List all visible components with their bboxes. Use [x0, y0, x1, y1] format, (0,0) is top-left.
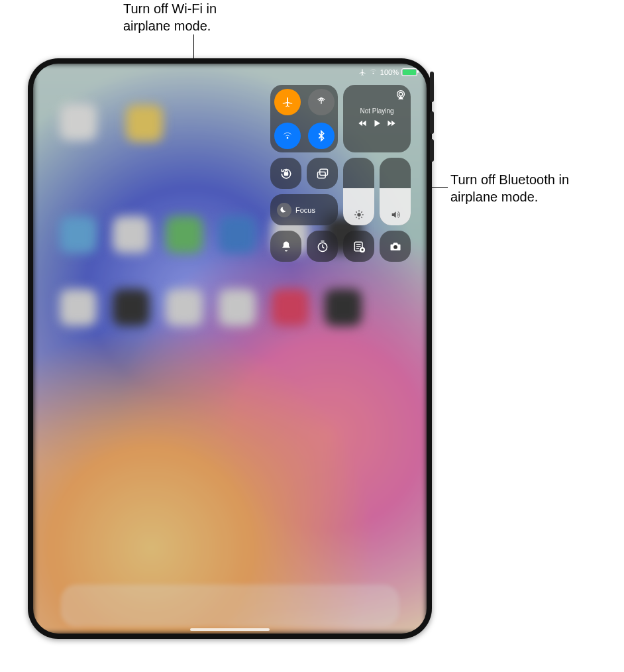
fast-forward-button[interactable] [387, 119, 396, 131]
svg-point-9 [393, 245, 397, 249]
cellular-icon [315, 96, 327, 108]
rotation-lock-icon [280, 167, 293, 180]
control-center: Not Playing [266, 81, 419, 266]
ipad-screen: 100% [33, 64, 427, 634]
screen-mirroring-button[interactable] [307, 158, 338, 189]
bluetooth-toggle[interactable] [308, 123, 335, 149]
rewind-button[interactable] [358, 119, 367, 131]
battery-icon [401, 68, 417, 76]
screen-mirroring-icon [316, 167, 329, 180]
airplay-button[interactable] [395, 89, 407, 101]
focus-label: Focus [295, 206, 315, 214]
power-button [430, 72, 434, 102]
bluetooth-icon [315, 130, 327, 142]
rotation-lock-toggle[interactable] [270, 158, 301, 189]
wifi-status-icon [369, 68, 378, 76]
volume-icon [390, 209, 401, 220]
note-add-icon [352, 240, 366, 253]
media-module[interactable]: Not Playing [343, 85, 411, 152]
home-indicator[interactable] [190, 628, 270, 631]
brightness-icon [354, 209, 364, 220]
airplane-icon [282, 96, 293, 108]
svg-point-5 [357, 213, 360, 216]
status-bar: 100% [358, 68, 417, 76]
brightness-slider[interactable] [343, 158, 374, 225]
moon-icon [277, 203, 291, 217]
battery-percent: 100% [380, 68, 399, 76]
volume-slider[interactable] [380, 158, 411, 225]
callout-line [193, 34, 194, 58]
camera-button[interactable] [380, 231, 411, 262]
play-button[interactable] [372, 119, 382, 131]
volume-down-button [430, 139, 434, 162]
callout-wifi: Turn off Wi-Fi in airplane mode. [123, 0, 256, 34]
silent-mode-toggle[interactable] [270, 231, 301, 262]
svg-point-1 [399, 92, 402, 95]
callout-bluetooth: Turn off Bluetooth in airplane mode. [450, 171, 596, 205]
now-playing-label: Not Playing [360, 107, 393, 115]
cellular-data-toggle[interactable] [308, 89, 335, 115]
wifi-icon [282, 130, 293, 142]
camera-icon [389, 240, 402, 253]
timer-icon [316, 240, 329, 253]
ipad-device-frame: 100% [28, 58, 432, 639]
timer-button[interactable] [307, 231, 338, 262]
focus-button[interactable]: Focus [270, 194, 338, 225]
bell-icon [280, 240, 293, 253]
airplane-status-icon [358, 68, 366, 76]
wifi-toggle[interactable] [274, 123, 301, 149]
notes-button[interactable] [343, 231, 374, 262]
connectivity-module[interactable] [270, 85, 338, 152]
volume-up-button [430, 111, 434, 134]
airplane-mode-toggle[interactable] [274, 89, 301, 115]
svg-rect-2 [284, 172, 287, 175]
